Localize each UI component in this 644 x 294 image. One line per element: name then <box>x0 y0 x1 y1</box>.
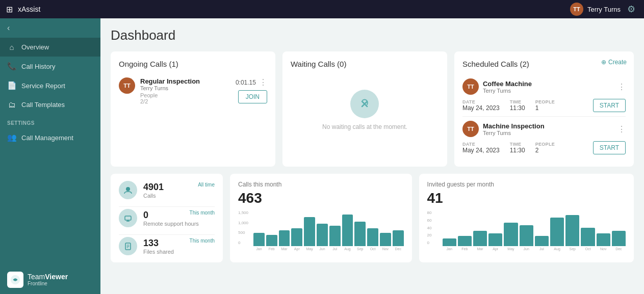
call-people-count: 2/2 <box>140 98 230 104</box>
create-label: Create <box>608 59 627 66</box>
sidebar-footer: TeamViewer Frontline <box>0 265 100 294</box>
x-label: Nov <box>380 247 391 251</box>
bar <box>535 236 549 246</box>
guests-y-label-40: 40 <box>427 226 432 230</box>
user-info: TT Terry Turns ⚙ <box>570 3 638 16</box>
x-label: Feb <box>266 247 277 251</box>
x-label: Dec <box>612 247 626 251</box>
sidebar-nav: ⌂ Overview 📞 Call History 📄 Service Repo… <box>0 38 100 265</box>
files-stat-number: 133 <box>143 238 159 249</box>
bar <box>354 222 366 246</box>
files-stat-period: This month <box>190 238 215 244</box>
sched-more-options-1[interactable]: ⋮ <box>617 124 626 134</box>
guests-chart-wrapper: 80 60 40 20 0 JanFebMarAprMayJunJulAugSe… <box>427 210 626 251</box>
no-calls-icon <box>357 96 372 112</box>
stat-remote: 0 This month Remote support hours <box>119 209 215 227</box>
calls-x-labels: JanFebMarAprMayJunJulAugSepOctNovDec <box>253 247 404 251</box>
waiting-calls-title: Waiting Calls (0) <box>291 60 439 68</box>
x-label: Apr <box>488 247 502 251</box>
guests-y-label-80: 80 <box>427 210 432 215</box>
call-templates-icon: 🗂 <box>7 100 16 109</box>
call-info: Regular Inspection Terry Turns People 2/… <box>140 77 230 104</box>
sched-info-1: Machine Inspection Terry Turns <box>483 122 613 136</box>
topbar-settings-icon[interactable]: ⚙ <box>625 3 638 16</box>
svg-rect-3 <box>125 216 131 220</box>
bar <box>458 236 472 246</box>
bar <box>443 238 456 246</box>
call-management-icon: 👥 <box>7 133 16 142</box>
bar <box>488 233 502 246</box>
remote-stat-period: This month <box>190 210 215 216</box>
svg-point-2 <box>126 187 130 191</box>
calls-bar-chart <box>253 210 404 246</box>
calls-stat-icon <box>119 181 137 199</box>
sched-name-1: Machine Inspection <box>483 122 613 130</box>
guests-chart-title: Invited guests per month <box>427 181 626 188</box>
call-name: Regular Inspection <box>140 77 230 85</box>
waiting-empty-text: No waiting calls at the moment. <box>322 123 407 130</box>
calls-chart-wrapper: 1,500 1,000 500 0 JanFebMarAprMayJunJulA… <box>238 210 404 251</box>
start-button-0[interactable]: START <box>593 99 626 112</box>
bar <box>597 233 610 246</box>
sched-user-1: Terry Turns <box>483 130 613 136</box>
sidebar-item-service-report-label: Service Report <box>21 82 65 90</box>
sched-time-1: TIME 11:30 <box>510 142 525 154</box>
create-button[interactable]: ⊕ Create <box>601 59 627 66</box>
bar <box>367 228 378 246</box>
cards-row: Ongoing Calls (1) TT Regular Inspection … <box>111 51 634 167</box>
sched-time-0: TIME 11:30 <box>510 99 525 112</box>
x-label: Oct <box>367 247 378 251</box>
scheduled-item-0: TT Coffee Machine Terry Turns ⋮ DATE May… <box>462 74 626 117</box>
x-label: Jun <box>317 247 328 251</box>
call-history-icon: 📞 <box>7 62 16 71</box>
stat-calls: 4901 All time Calls <box>119 181 215 199</box>
bar <box>565 215 579 246</box>
sidebar-item-call-history[interactable]: 📞 Call History <box>0 57 100 76</box>
sched-meta-0: DATE May 24, 2023 TIME 11:30 PEOPLE 1 <box>462 99 555 112</box>
sidebar-item-call-management-label: Call Management <box>21 134 73 142</box>
bar <box>612 231 626 246</box>
calls-y-label-500: 500 <box>238 230 248 235</box>
bar <box>253 233 265 246</box>
sched-more-options-0[interactable]: ⋮ <box>617 82 626 92</box>
calls-chart-card: Calls this month 463 1,500 1,000 500 0 J… <box>230 174 412 262</box>
sidebar-item-call-management[interactable]: 👥 Call Management <box>0 128 100 147</box>
x-label: Aug <box>342 247 353 251</box>
x-label: Jul <box>535 247 549 251</box>
remote-stat-number: 0 <box>143 210 148 221</box>
sidebar-item-call-templates[interactable]: 🗂 Call Templates <box>0 95 100 114</box>
x-label: Sep <box>354 247 366 251</box>
user-avatar: TT <box>570 3 583 16</box>
start-button-1[interactable]: START <box>593 141 626 154</box>
bar <box>291 228 302 246</box>
x-label: Jul <box>329 247 341 251</box>
teamviewer-logo-text: TeamViewer Frontline <box>28 273 68 287</box>
bar <box>380 233 391 246</box>
calls-chart-total: 463 <box>238 190 404 206</box>
calls-stat-number: 4901 <box>143 182 164 193</box>
bar <box>342 215 353 246</box>
bar <box>279 230 290 246</box>
no-calls-icon-circle <box>350 90 379 118</box>
x-label: Dec <box>393 247 404 251</box>
scheduled-calls-card: Scheduled Calls (2) ⊕ Create TT Coffee M… <box>454 51 634 167</box>
bar <box>581 228 595 246</box>
join-button[interactable]: JOIN <box>238 90 267 103</box>
bar <box>317 224 328 246</box>
call-more-options[interactable]: ⋮ <box>259 77 267 87</box>
sidebar-item-overview[interactable]: ⌂ Overview <box>0 38 100 57</box>
stat-small-card: 4901 All time Calls 0 This month <box>111 174 223 262</box>
calls-stat-period: All time <box>198 182 215 188</box>
stat-files: 133 This month Files shared <box>119 237 215 255</box>
bar <box>266 235 277 246</box>
calls-y-label-1500: 1,500 <box>238 210 248 215</box>
ongoing-calls-card: Ongoing Calls (1) TT Regular Inspection … <box>111 51 275 167</box>
scheduled-header-0: TT Coffee Machine Terry Turns ⋮ <box>462 78 626 95</box>
bar <box>473 231 487 246</box>
grid-icon[interactable]: ⊞ <box>6 5 13 14</box>
sched-name-0: Coffee Machine <box>483 80 613 88</box>
sidebar-item-service-report[interactable]: 📄 Service Report <box>0 76 100 95</box>
sidebar-collapse-button[interactable]: ‹ <box>0 18 100 38</box>
waiting-calls-card: Waiting Calls (0) No waiting calls at th… <box>282 51 447 167</box>
x-label: Mar <box>473 247 487 251</box>
